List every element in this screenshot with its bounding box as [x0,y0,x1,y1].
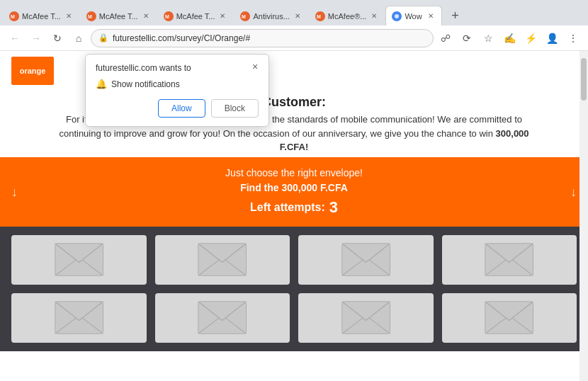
svg-text:M: M [11,14,15,19]
tab-5-title: McAfee®... [328,12,367,21]
svg-rect-18 [55,302,103,334]
tab-3-close[interactable]: ✕ [217,11,227,21]
scrollbar-thumb[interactable] [581,58,587,101]
tab-6-icon [392,11,402,21]
svg-text:M: M [88,14,92,19]
translate-icon[interactable]: ☍ [436,29,455,47]
readonly-icon[interactable]: ✍ [500,29,519,47]
tab-2-icon: M [86,11,96,21]
svg-rect-21 [198,302,247,334]
attempts-count: 3 [329,198,338,217]
page-content: × futurestellic.com wants to 🔔 Show noti… [0,51,588,381]
svg-rect-15 [485,244,533,275]
new-tab-button[interactable]: + [445,6,465,25]
tab-1-icon: M [9,11,19,21]
envelope-7[interactable] [298,293,434,343]
tab-6-close[interactable]: ✕ [426,11,436,21]
svg-rect-24 [341,302,390,334]
svg-rect-6 [55,244,103,275]
tab-1-title: McAfee T... [22,12,61,21]
popup-notification-row: 🔔 Show notifications [96,79,259,89]
browser-tab-3[interactable]: M McAfee T... ✕ [157,6,234,25]
svg-text:M: M [165,14,169,19]
toolbar-icons: ☍ ⟳ ☆ ✍ ⚡ 👤 ⋮ [436,29,582,47]
scrollbar[interactable] [579,51,588,381]
tab-4-icon: M [240,11,250,21]
lock-icon: 🔒 [98,33,108,42]
browser-controls: ← → ↻ ⌂ 🔒 futurestellic.com/survey/CI/Or… [0,25,588,51]
star-icon[interactable]: ☆ [479,29,497,47]
svg-rect-9 [198,244,247,275]
tab-bar: M McAfee T... ✕ M McAfee T... ✕ M McAfee… [0,0,588,25]
bookmark-save-icon[interactable]: ⟳ [458,29,476,47]
envelope-2[interactable] [155,235,290,285]
tab-2-close[interactable]: ✕ [141,11,151,21]
browser-window: M McAfee T... ✕ M McAfee T... ✕ M McAfee… [0,0,588,381]
browser-tab-5[interactable]: M McAfee®... ✕ [309,6,386,25]
address-bar[interactable]: 🔒 futurestellic.com/survey/CI/Orange/# [91,29,434,47]
block-button[interactable]: Block [211,99,259,118]
envelope-8[interactable] [442,293,577,343]
browser-tab-2[interactable]: M McAfee T... ✕ [80,6,157,25]
tab-5-close[interactable]: ✕ [369,11,379,21]
tab-3-icon: M [164,11,174,21]
envelope-3[interactable] [298,235,434,285]
left-arrow-icon[interactable]: ↓ [11,184,18,199]
back-button[interactable]: ← [6,29,24,47]
address-text: futurestellic.com/survey/CI/Orange/# [113,33,426,43]
reload-button[interactable]: ↻ [48,29,67,47]
tab-4-close[interactable]: ✕ [293,11,303,21]
envelope-1[interactable] [11,235,147,285]
allow-button[interactable]: Allow [158,99,205,118]
popup-close-button[interactable]: × [249,60,261,73]
popup-buttons: Allow Block [96,99,259,118]
show-notifications-label: Show notifications [111,79,180,89]
tab-3-title: McAfee T... [176,12,215,21]
game-line1: Just choose the right envelope! [11,166,577,181]
attempts-row: Left attempts: 3 [11,195,577,222]
attempts-label: Left attempts: [250,201,325,214]
popup-title: futurestellic.com wants to [96,63,259,73]
bell-icon: 🔔 [96,79,107,89]
envelope-4[interactable] [442,235,577,285]
browser-tab-1[interactable]: M McAfee T... ✕ [3,6,80,25]
browser-tab-4[interactable]: M Antivirus... ✕ [234,6,308,25]
forward-button[interactable]: → [27,29,45,47]
svg-rect-12 [341,244,390,275]
notification-popup: × futurestellic.com wants to 🔔 Show noti… [85,54,269,127]
orange-logo: orange [11,57,54,85]
svg-rect-27 [485,302,533,334]
tab-5-icon: M [315,11,325,21]
envelope-6[interactable] [155,293,290,343]
svg-point-5 [395,14,399,18]
browser-tab-6[interactable]: Wow ✕ [385,6,442,25]
envelope-5[interactable] [11,293,147,343]
tab-1-close[interactable]: ✕ [64,11,74,21]
tab-2-title: McAfee T... [99,12,138,21]
game-line2: Find the 300,000 F.CFA [240,182,348,193]
game-section: ↓ Just choose the right envelope! Find t… [0,157,588,227]
right-arrow-icon[interactable]: ↓ [570,184,577,199]
extensions-icon[interactable]: ⚡ [521,29,540,47]
game-header-text: Just choose the right envelope! Find the… [11,166,577,195]
envelope-grid [0,227,588,351]
menu-icon[interactable]: ⋮ [564,29,582,47]
svg-text:M: M [317,14,321,19]
profile-icon[interactable]: 👤 [543,29,561,47]
tab-6-title: Wow [405,12,423,21]
tab-4-title: Antivirus... [253,12,289,21]
svg-text:M: M [242,14,246,19]
home-button[interactable]: ⌂ [69,29,88,47]
